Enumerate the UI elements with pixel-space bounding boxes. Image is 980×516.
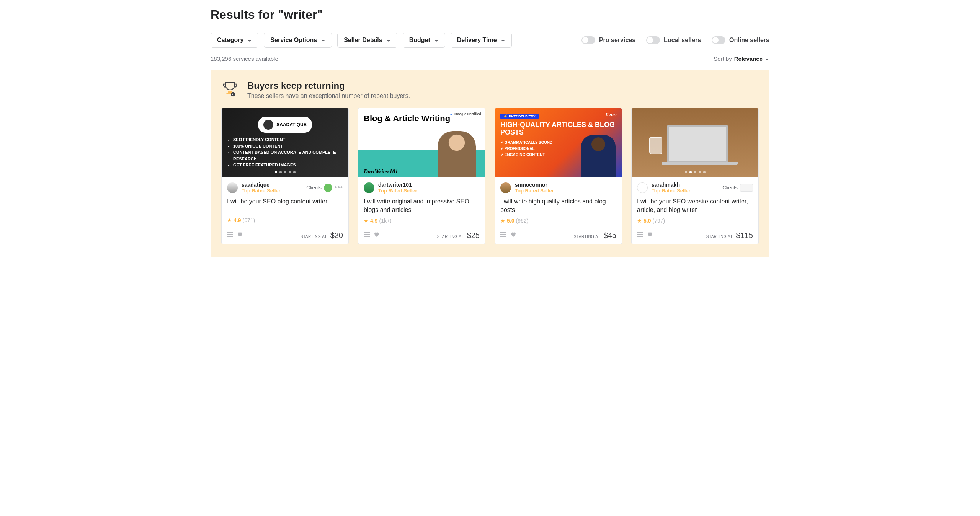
featured-subheading: These sellers have an exceptional number… [247,93,410,99]
toggle-label: Online sellers [729,37,769,44]
seller-badge: Top Rated Seller [378,188,417,194]
filter-label: Category [217,37,243,44]
thumb-script: DartWriter101 [364,168,398,175]
meta-row: 183,296 services available Sort by Relev… [211,55,769,62]
thumb-headline: HIGH-QUALITY ARTICLES & BLOG POSTS [500,121,616,137]
star-icon: ★ [637,218,642,224]
heart-icon[interactable] [647,231,653,239]
thumb-brand: SAADATIQUE [276,122,306,127]
results-count: 183,296 services available [211,55,278,62]
filter-delivery-time[interactable]: Delivery Time [451,33,512,48]
gig-rating: ★ 4.9 (671) [227,217,343,223]
thumb-title: Blog & Article Writing [364,114,450,124]
more-icon[interactable]: ••• [335,184,343,192]
chevron-down-icon [386,38,391,42]
filter-service-options[interactable]: Service Options [264,33,332,48]
chevron-down-icon [321,38,325,42]
star-icon: ★ [227,217,232,223]
list-icon[interactable] [227,231,233,239]
thumb-illustration [649,137,662,154]
list-icon[interactable] [637,231,643,239]
seller-badge: Top Rated Seller [515,188,554,194]
filter-seller-details[interactable]: Seller Details [337,33,397,48]
thumb-bullets: SEO FRIENDLY CONTENT 100% UNIQUE CONTENT… [226,137,344,168]
fiverr-logo: fiverr [606,112,617,117]
avatar[interactable] [364,182,374,193]
thumb-illustration [581,135,616,177]
gig-thumbnail[interactable] [632,108,758,177]
switch-icon [646,36,660,44]
filter-label: Seller Details [344,37,382,44]
gig-thumbnail[interactable]: SAADATIQUE SEO FRIENDLY CONTENT 100% UNI… [222,108,348,177]
chevron-down-icon [765,57,769,61]
featured-section: Buyers keep returning These sellers have… [211,70,769,257]
seller-name[interactable]: sarahmakh [652,182,691,188]
filter-dropdowns: Category Service Options Seller Details … [211,33,512,48]
gig-title[interactable]: I will write high quality articles and b… [500,197,616,215]
star-icon: ★ [500,218,505,224]
seller-name[interactable]: dartwriter101 [378,182,417,188]
gig-cards: SAADATIQUE SEO FRIENDLY CONTENT 100% UNI… [221,108,759,244]
seller-badge: Top Rated Seller [652,188,691,194]
gig-rating: ★ 4.9 (1k+) [364,218,480,224]
filter-budget[interactable]: Budget [403,33,445,48]
featured-heading: Buyers keep returning [247,80,410,91]
gig-card[interactable]: ⚡ FAST DELIVERY fiverr HIGH-QUALITY ARTI… [495,108,622,244]
chevron-down-icon [501,38,505,42]
gig-card[interactable]: SAADATIQUE SEO FRIENDLY CONTENT 100% UNI… [221,108,349,244]
sort-by-dropdown[interactable]: Sort by Relevance [714,55,769,62]
toggle-label: Pro services [599,37,635,44]
filters-row: Category Service Options Seller Details … [211,33,769,48]
trophy-icon [221,80,239,98]
avatar[interactable] [637,182,648,193]
gig-card[interactable]: sarahmakh Top Rated Seller Clients I wil… [631,108,759,244]
toggle-pro-services[interactable]: Pro services [581,36,635,44]
filter-category[interactable]: Category [211,33,258,48]
switch-icon [712,36,725,44]
heart-icon[interactable] [510,231,516,239]
star-icon: ★ [364,218,369,224]
avatar[interactable] [227,182,238,193]
gig-title[interactable]: I will be your SEO blog content writer [227,197,343,214]
gig-title[interactable]: I will write original and impressive SEO… [364,197,480,215]
filter-label: Service Options [270,37,317,44]
seller-badge: Top Rated Seller [242,188,281,194]
filter-label: Budget [409,37,430,44]
clients-indicator: Clients ••• [306,184,343,192]
avatar[interactable] [500,182,511,193]
switch-icon [581,36,595,44]
list-icon[interactable] [500,231,506,239]
sortby-value: Relevance [734,55,763,62]
gig-thumbnail[interactable]: Blog & Article Writing ▲Google Certified… [358,108,485,177]
gig-rating: ★ 5.0 (797) [637,218,753,224]
sortby-label: Sort by [714,55,732,62]
thumb-illustration [438,131,476,177]
seller-name[interactable]: smnoconnor [515,182,554,188]
chevron-down-icon [247,38,252,42]
client-logo-icon [740,184,753,192]
featured-header: Buyers keep returning These sellers have… [221,80,759,99]
google-certified-badge: ▲Google Certified [449,112,481,116]
page-title: Results for "writer" [211,8,769,22]
filter-label: Delivery Time [457,37,497,44]
gig-card[interactable]: Blog & Article Writing ▲Google Certified… [358,108,485,244]
heart-icon[interactable] [237,231,243,239]
toggle-label: Local sellers [664,37,701,44]
gig-rating: ★ 5.0 (962) [500,218,616,224]
toggles-group: Pro services Local sellers Online seller… [581,36,769,44]
seller-name[interactable]: saadatique [242,182,281,188]
client-logo-icon [324,184,332,192]
list-icon[interactable] [364,231,370,239]
fast-delivery-badge: ⚡ FAST DELIVERY [500,114,539,119]
thumb-checks: ✔ GRAMMATICALLY SOUND ✔ PROFESSIONAL ✔ E… [500,140,552,158]
gig-price: STARTING AT $25 [437,231,480,240]
clients-indicator: Clients [722,184,753,192]
heart-icon[interactable] [374,231,380,239]
thumb-illustration [667,125,728,163]
toggle-local-sellers[interactable]: Local sellers [646,36,701,44]
chevron-down-icon [434,38,439,42]
gig-title[interactable]: I will be your SEO website content write… [637,197,753,215]
gig-thumbnail[interactable]: ⚡ FAST DELIVERY fiverr HIGH-QUALITY ARTI… [495,108,622,177]
toggle-online-sellers[interactable]: Online sellers [712,36,769,44]
gig-price: STARTING AT $45 [574,231,616,240]
